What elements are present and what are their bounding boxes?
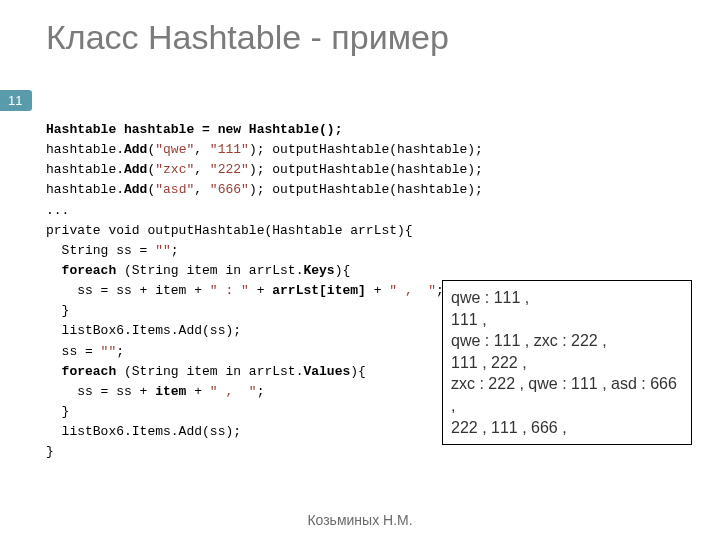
code-text: , bbox=[194, 162, 210, 177]
code-text bbox=[46, 364, 62, 379]
slide-number-badge: 11 bbox=[0, 90, 32, 111]
code-text: + bbox=[366, 283, 389, 298]
code-text: "zxc" bbox=[155, 162, 194, 177]
code-text: ; bbox=[257, 384, 265, 399]
code-text: Keys bbox=[303, 263, 334, 278]
code-text: + bbox=[249, 283, 272, 298]
code-text: private void outputHashtable(Hashtable a… bbox=[46, 223, 413, 238]
code-text: ; bbox=[116, 344, 124, 359]
code-text: listBox6.Items.Add(ss); bbox=[46, 323, 241, 338]
code-text: "" bbox=[155, 243, 171, 258]
code-text: ... bbox=[46, 203, 69, 218]
code-text: ); outputHashtable(hashtable); bbox=[249, 162, 483, 177]
output-line: 111 , bbox=[451, 309, 683, 331]
code-text bbox=[46, 263, 62, 278]
code-text: " , " bbox=[210, 384, 257, 399]
code-text: ss = ss + item + bbox=[46, 283, 210, 298]
code-text: ){ bbox=[350, 364, 366, 379]
code-text: + bbox=[186, 384, 209, 399]
output-line: zxc : 222 , qwe : 111 , asd : 666 , bbox=[451, 373, 683, 416]
code-text: "qwe" bbox=[155, 142, 194, 157]
code-text: Add bbox=[124, 162, 147, 177]
code-text: } bbox=[46, 444, 54, 459]
code-text: , bbox=[194, 142, 210, 157]
code-text: ); outputHashtable(hashtable); bbox=[249, 142, 483, 157]
code-text: } bbox=[46, 303, 69, 318]
code-text: hashtable. bbox=[46, 142, 124, 157]
code-text: ){ bbox=[335, 263, 351, 278]
code-block: Hashtable hashtable = new Hashtable(); h… bbox=[46, 120, 483, 462]
output-line: 222 , 111 , 666 , bbox=[451, 417, 683, 439]
code-text: hashtable. bbox=[46, 162, 124, 177]
code-text: "asd" bbox=[155, 182, 194, 197]
code-line: Hashtable hashtable = new Hashtable(); bbox=[46, 122, 342, 137]
code-text: " , " bbox=[389, 283, 436, 298]
code-text: } bbox=[46, 404, 69, 419]
code-text: "111" bbox=[210, 142, 249, 157]
code-text: listBox6.Items.Add(ss); bbox=[46, 424, 241, 439]
code-text: Add bbox=[124, 142, 147, 157]
code-text: ss = ss + bbox=[46, 384, 155, 399]
code-text: "" bbox=[101, 344, 117, 359]
output-line: 111 , 222 , bbox=[451, 352, 683, 374]
output-box: qwe : 111 , 111 , qwe : 111 , zxc : 222 … bbox=[442, 280, 692, 445]
code-text: "666" bbox=[210, 182, 249, 197]
slide-title: Класс Hashtable - пример bbox=[0, 0, 720, 61]
code-text: Add bbox=[124, 182, 147, 197]
code-text: ; bbox=[171, 243, 179, 258]
code-text: hashtable. bbox=[46, 182, 124, 197]
code-text: (String item in arrLst. bbox=[116, 263, 303, 278]
code-text: " : " bbox=[210, 283, 249, 298]
code-text: item bbox=[155, 384, 186, 399]
output-line: qwe : 111 , zxc : 222 , bbox=[451, 330, 683, 352]
code-text: "222" bbox=[210, 162, 249, 177]
code-text: arrLst[item] bbox=[272, 283, 366, 298]
code-text: , bbox=[194, 182, 210, 197]
output-line: qwe : 111 , bbox=[451, 287, 683, 309]
code-text: String ss = bbox=[46, 243, 155, 258]
code-text: foreach bbox=[62, 364, 117, 379]
footer-author: Козьминых Н.М. bbox=[0, 512, 720, 528]
code-text: ); outputHashtable(hashtable); bbox=[249, 182, 483, 197]
code-text: foreach bbox=[62, 263, 117, 278]
code-text: (String item in arrLst. bbox=[116, 364, 303, 379]
code-text: Values bbox=[303, 364, 350, 379]
code-text: ss = bbox=[46, 344, 101, 359]
